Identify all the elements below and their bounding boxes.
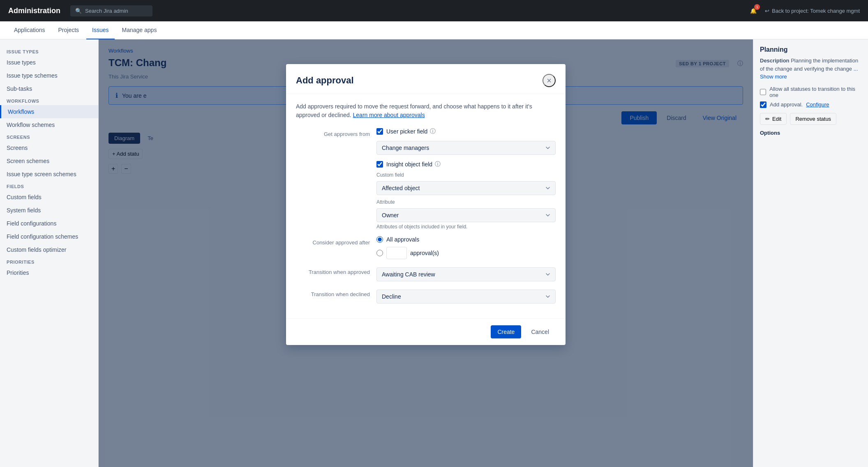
sidebar-item-system-fields[interactable]: System fields: [0, 204, 98, 217]
back-to-project[interactable]: ↩ Back to project: Tomek change mgmt: [765, 8, 860, 14]
dialog-header: Add approval ×: [286, 64, 566, 94]
sidebar-item-issue-type-screen-schemes[interactable]: Issue type screen schemes: [0, 168, 98, 181]
user-picker-checkbox[interactable]: [376, 128, 383, 135]
notification-badge: 1: [754, 4, 760, 10]
sidebar-header-fields: FIELDS: [0, 181, 98, 191]
sidebar-item-priorities[interactable]: Priorities: [0, 266, 98, 279]
user-picker-checkbox-row: User picker field ⓘ: [376, 128, 556, 135]
sidebar-header-workflows: WORKFLOWS: [0, 95, 98, 105]
right-panel-description: Description Planning the implementation …: [760, 57, 861, 81]
nav-manage-apps[interactable]: Manage apps: [116, 21, 163, 39]
right-panel: Planning Description Planning the implem…: [753, 39, 868, 467]
right-panel-actions: ✏ Edit Remove status: [760, 113, 861, 125]
transition-approved-control: Awaiting CAB review In progress Done: [376, 266, 556, 281]
configure-link[interactable]: Configure: [806, 101, 829, 108]
transition-declined-label: Transition when declined: [296, 288, 370, 297]
learn-more-link[interactable]: Learn more about approvals: [353, 112, 425, 118]
create-button[interactable]: Create: [491, 325, 521, 338]
all-approvals-radio[interactable]: [376, 236, 383, 243]
add-approval-option: Add approval. Configure: [760, 101, 861, 108]
edit-icon: ✏: [765, 116, 770, 122]
edit-button[interactable]: ✏ Edit: [760, 113, 787, 125]
overlay: Add approval × Add approvers required to…: [99, 39, 753, 467]
top-nav-right: 🔔 1 ↩ Back to project: Tomek change mgmt: [747, 4, 860, 17]
user-picker-info-icon: ⓘ: [430, 128, 436, 135]
transition-declined-select[interactable]: Decline Rejected Cancelled: [376, 290, 556, 304]
dialog-title: Add approval: [296, 75, 354, 86]
sidebar-item-workflow-schemes[interactable]: Workflow schemes: [0, 118, 98, 131]
nav-issues[interactable]: Issues: [86, 21, 114, 39]
sidebar-section-issue-types: ISSUE TYPES Issue types Issue type schem…: [0, 46, 98, 95]
right-panel-title: Planning: [760, 46, 861, 53]
nav-projects[interactable]: Projects: [53, 21, 85, 39]
search-icon: 🔍: [75, 8, 82, 14]
custom-field-label: Custom field: [376, 172, 556, 178]
sidebar-item-issue-type-schemes[interactable]: Issue type schemes: [0, 69, 98, 82]
transition-declined-control: Decline Rejected Cancelled: [376, 288, 556, 304]
sidebar-section-screens: SCREENS Screens Screen schemes Issue typ…: [0, 131, 98, 181]
sidebar-header-screens: SCREENS: [0, 131, 98, 141]
insight-object-checkbox-row: Insight object field ⓘ: [376, 161, 556, 168]
sidebar-item-issue-types[interactable]: Issue types: [0, 56, 98, 69]
get-approvers-label: Get approvers from: [296, 128, 370, 137]
affected-object-select[interactable]: Affected object CI Service: [376, 181, 556, 195]
sidebar: ISSUE TYPES Issue types Issue type schem…: [0, 39, 99, 467]
get-approvers-row: Get approvers from User picker field ⓘ: [296, 128, 556, 230]
sidebar-item-custom-fields[interactable]: Custom fields: [0, 191, 98, 204]
insight-object-label: Insight object field ⓘ: [386, 161, 441, 168]
search-placeholder: Search Jira admin: [85, 8, 128, 14]
back-arrow-icon: ↩: [765, 8, 769, 14]
insight-info-icon: ⓘ: [435, 161, 441, 168]
add-approval-checkbox[interactable]: [760, 101, 766, 108]
add-approval-label: Add approval.: [770, 101, 803, 108]
remove-status-button[interactable]: Remove status: [790, 113, 836, 125]
app-title: Administration: [8, 7, 60, 15]
options-section: Options: [760, 130, 861, 136]
consider-approved-row: Consider approved after All approvals: [296, 236, 556, 259]
all-approvals-label: All approvals: [386, 236, 419, 243]
sidebar-item-custom-fields-optimizer[interactable]: Custom fields optimizer: [0, 243, 98, 256]
all-approvals-row: All approvals: [376, 236, 556, 243]
transition-approved-row: Transition when approved Awaiting CAB re…: [296, 266, 556, 281]
allow-statuses-label: Allow all statuses to transition to this…: [769, 86, 861, 98]
owner-select[interactable]: Owner Manager Assignee: [376, 208, 556, 222]
change-managers-select[interactable]: Change managers Team lead Project manage…: [376, 141, 556, 155]
sidebar-section-fields: FIELDS Custom fields System fields Field…: [0, 181, 98, 256]
main-content: Workflows TCM: Chang SED BY 1 PROJECT ⓘ …: [99, 39, 753, 467]
notification-icon[interactable]: 🔔 1: [747, 4, 760, 17]
cancel-button[interactable]: Cancel: [524, 325, 556, 338]
sidebar-item-screen-schemes[interactable]: Screen schemes: [0, 154, 98, 168]
allow-statuses-checkbox[interactable]: [760, 89, 766, 95]
sidebar-item-screens[interactable]: Screens: [0, 141, 98, 154]
close-dialog-button[interactable]: ×: [542, 74, 556, 87]
insight-object-checkbox[interactable]: [376, 161, 383, 168]
num-approvals-input[interactable]: [386, 247, 407, 259]
search-bar[interactable]: 🔍 Search Jira admin: [70, 5, 152, 16]
consider-approved-control: All approvals approval(s): [376, 236, 556, 259]
options-title: Options: [760, 130, 861, 136]
approval-radio-group: All approvals approval(s): [376, 236, 556, 259]
sidebar-header-issue-types: ISSUE TYPES: [0, 46, 98, 56]
get-approvers-control: User picker field ⓘ Change managers Team…: [376, 128, 556, 230]
num-approvals-radio[interactable]: [376, 250, 383, 256]
transition-approved-select[interactable]: Awaiting CAB review In progress Done: [376, 267, 556, 281]
sidebar-item-field-configurations[interactable]: Field configurations: [0, 217, 98, 230]
dialog-footer: Create Cancel: [286, 318, 566, 345]
dialog-body: Add approvers required to move the reque…: [286, 94, 566, 318]
top-nav: Administration 🔍 Search Jira admin 🔔 1 ↩…: [0, 0, 868, 21]
add-approval-dialog: Add approval × Add approvers required to…: [286, 64, 566, 345]
secondary-nav: Applications Projects Issues Manage apps: [0, 21, 868, 39]
attribute-label: Attribute: [376, 199, 556, 205]
nav-applications[interactable]: Applications: [8, 21, 51, 39]
num-approvals-row: approval(s): [376, 247, 556, 259]
back-to-project-label: Back to project: Tomek change mgmt: [772, 8, 860, 14]
sidebar-item-sub-tasks[interactable]: Sub-tasks: [0, 82, 98, 95]
num-approvals-label: approval(s): [410, 250, 439, 256]
sidebar-section-workflows: WORKFLOWS Workflows Workflow schemes: [0, 95, 98, 131]
sidebar-item-workflows[interactable]: Workflows: [0, 105, 98, 118]
transition-declined-row: Transition when declined Decline Rejecte…: [296, 288, 556, 304]
attribute-hint: Attributes of objects included in your f…: [376, 224, 556, 230]
sidebar-item-field-configuration-schemes[interactable]: Field configuration schemes: [0, 230, 98, 243]
sidebar-section-priorities: PRIORITIES Priorities: [0, 256, 98, 279]
allow-statuses-option: Allow all statuses to transition to this…: [760, 86, 861, 98]
